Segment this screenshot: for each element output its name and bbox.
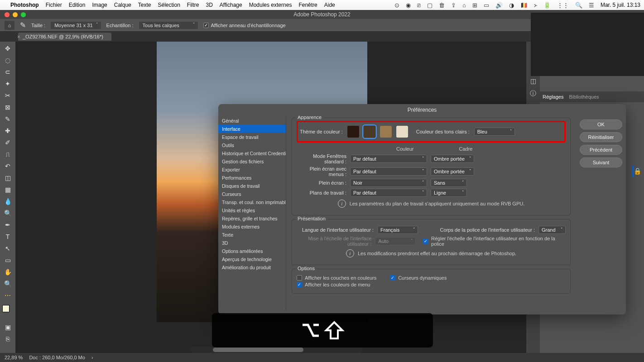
taille-dropdown[interactable]: Moyenne 31 x 31 <box>51 22 101 29</box>
menu-affichage[interactable]: Affichage <box>220 2 242 8</box>
color-swatches[interactable] <box>2 305 13 316</box>
prefs-sidebar-item[interactable]: Unités et règles <box>218 206 286 214</box>
status-icon[interactable]: ◉ <box>406 2 411 9</box>
status-icon[interactable]: ⊞ <box>472 2 477 9</box>
close-window[interactable] <box>5 12 10 17</box>
crop-tool[interactable]: ✂ <box>2 90 14 100</box>
theme-swatch-medium[interactable] <box>380 126 392 138</box>
brush-tool[interactable]: ✐ <box>2 138 14 148</box>
menu-filtre[interactable]: Filtre <box>187 2 199 8</box>
highlight-dropdown[interactable]: Bleu <box>474 128 515 136</box>
quickmask-tool[interactable]: ▣ <box>2 322 14 332</box>
prefs-sidebar-item[interactable]: Options améliorées <box>218 247 286 255</box>
cb-couches[interactable] <box>297 275 302 281</box>
stamp-tool[interactable]: ⎍ <box>2 149 14 159</box>
eyedropper-tool-icon[interactable]: ✎ <box>20 21 26 29</box>
couleur-dropdown[interactable]: Par défaut <box>350 189 427 197</box>
eyedropper-tool[interactable]: ✎ <box>2 114 14 124</box>
prefs-sidebar-item[interactable]: Général <box>218 117 286 125</box>
horizontal-scrollbar[interactable] <box>190 347 362 353</box>
menu-modules[interactable]: Modules externes <box>249 2 292 8</box>
history-brush-tool[interactable]: ↶ <box>2 161 14 171</box>
theme-swatch-dark[interactable] <box>364 126 375 138</box>
heal-tool[interactable]: ✚ <box>2 126 14 136</box>
lang-dropdown[interactable]: Français <box>377 226 418 234</box>
wand-tool[interactable]: ✦ <box>2 79 14 89</box>
prefs-sidebar-item[interactable]: Espace de travail <box>218 133 286 141</box>
screenmode-tool[interactable]: ⎘ <box>2 334 14 344</box>
prefs-sidebar-item[interactable]: Gestion des fichiers <box>218 157 286 166</box>
prefs-sidebar-item[interactable]: Modules externes <box>218 223 286 231</box>
flag-icon[interactable]: 🇧🇪 <box>520 2 528 9</box>
zoom-window[interactable] <box>21 12 26 17</box>
panel-icon[interactable]: ◫ <box>529 77 537 85</box>
search-icon[interactable]: 🔍 <box>575 2 582 9</box>
home-button[interactable]: ⌂ <box>5 21 14 30</box>
bluetooth-icon[interactable]: ᚛ <box>534 2 537 9</box>
prefs-sidebar-item[interactable]: Transp. et coul. non imprimables <box>218 198 286 206</box>
cadre-dropdown[interactable]: Ligne <box>431 189 467 197</box>
prefs-sidebar-item[interactable]: Repères, grille et tranches <box>218 214 286 223</box>
blur-tool[interactable]: 💧 <box>2 196 14 206</box>
menu-image[interactable]: Image <box>92 2 107 8</box>
gradient-tool[interactable]: ▦ <box>2 185 14 195</box>
wifi-icon[interactable]: ⋮⋮ <box>557 2 569 9</box>
zoom-tool[interactable]: 🔍 <box>2 279 14 289</box>
frame-tool[interactable]: ⊠ <box>2 102 14 112</box>
theme-swatch-light[interactable] <box>396 126 408 138</box>
marquee-tool[interactable]: ◌ <box>2 55 14 65</box>
ok-button[interactable]: OK <box>580 119 622 129</box>
doc-info[interactable]: Doc : 260,0 Mo/260,0 Mo <box>29 355 85 360</box>
move-tool[interactable]: ✥ <box>2 43 14 53</box>
status-icon[interactable]: ▭ <box>484 2 489 9</box>
anneau-checkbox[interactable] <box>203 23 209 28</box>
menu-fichier[interactable]: Fichier <box>46 2 62 8</box>
tab-bibliotheques[interactable]: Bibliothèques <box>569 94 599 100</box>
status-icon[interactable]: ◑ <box>509 2 514 9</box>
menu-calque[interactable]: Calque <box>114 2 131 8</box>
scale-checkbox[interactable] <box>423 238 428 244</box>
cadre-dropdown[interactable]: Sans <box>431 179 467 187</box>
volume-icon[interactable]: 🔊 <box>495 2 503 9</box>
control-center-icon[interactable]: ☰ <box>589 2 594 9</box>
menu-3d[interactable]: 3D <box>206 2 213 8</box>
couleur-dropdown[interactable]: Par défaut <box>350 167 427 176</box>
prefs-sidebar-item[interactable]: Outils <box>218 141 286 149</box>
couleur-dropdown[interactable]: Noir <box>350 179 427 187</box>
prefs-sidebar-item[interactable]: Aperçus de technologie <box>218 255 286 263</box>
minimize-window[interactable] <box>13 12 18 17</box>
eraser-tool[interactable]: ◫ <box>2 173 14 183</box>
cb-menu-colors[interactable] <box>297 282 302 287</box>
shape-tool[interactable]: ▭ <box>2 255 14 265</box>
font-dropdown[interactable]: Grand <box>538 226 566 234</box>
status-icon[interactable]: 🗑 <box>439 2 445 9</box>
info-icon[interactable]: ⓘ <box>529 90 537 98</box>
document-tab[interactable]: _OZ92786.NEF @ 22,9% (RVB/16*) <box>18 33 111 41</box>
cadre-dropdown[interactable]: Ombre portée <box>431 167 474 176</box>
prefs-sidebar-item[interactable]: 3D <box>218 239 286 247</box>
path-tool[interactable]: ↖ <box>2 243 14 253</box>
edit-toolbar[interactable]: ⋯ <box>2 291 14 300</box>
status-icon[interactable]: ▢ <box>427 2 433 9</box>
prefs-sidebar-item[interactable]: Performances <box>218 174 286 182</box>
cb-curseurs[interactable] <box>390 275 395 281</box>
chevron-right-icon[interactable]: › <box>91 355 93 360</box>
prefs-sidebar-item[interactable]: Disques de travail <box>218 182 286 190</box>
lasso-tool[interactable]: ⊂ <box>2 67 14 77</box>
status-icon[interactable]: ⊙ <box>394 2 399 9</box>
prefs-sidebar-item[interactable]: Curseurs <box>218 190 286 198</box>
battery-icon[interactable]: 🔋 <box>543 2 551 9</box>
theme-swatch-darkest[interactable] <box>347 126 359 138</box>
menu-selection[interactable]: Sélection <box>158 2 180 8</box>
prev-button[interactable]: Précédent <box>580 145 622 155</box>
prefs-sidebar-item[interactable]: Texte <box>218 231 286 239</box>
menu-fenetre[interactable]: Fenêtre <box>298 2 317 8</box>
clock[interactable]: Mar. 5 juil. 13:13 <box>601 2 640 8</box>
prefs-sidebar-item[interactable]: Historique et Content Credentials <box>218 149 286 157</box>
cadre-dropdown[interactable]: Ombre portée <box>431 155 474 163</box>
menu-aide[interactable]: Aide <box>324 2 335 8</box>
prefs-sidebar-item[interactable]: Interface <box>218 125 286 133</box>
app-name[interactable]: Photoshop <box>10 2 39 8</box>
menu-edition[interactable]: Edition <box>69 2 86 8</box>
menu-texte[interactable]: Texte <box>138 2 151 8</box>
